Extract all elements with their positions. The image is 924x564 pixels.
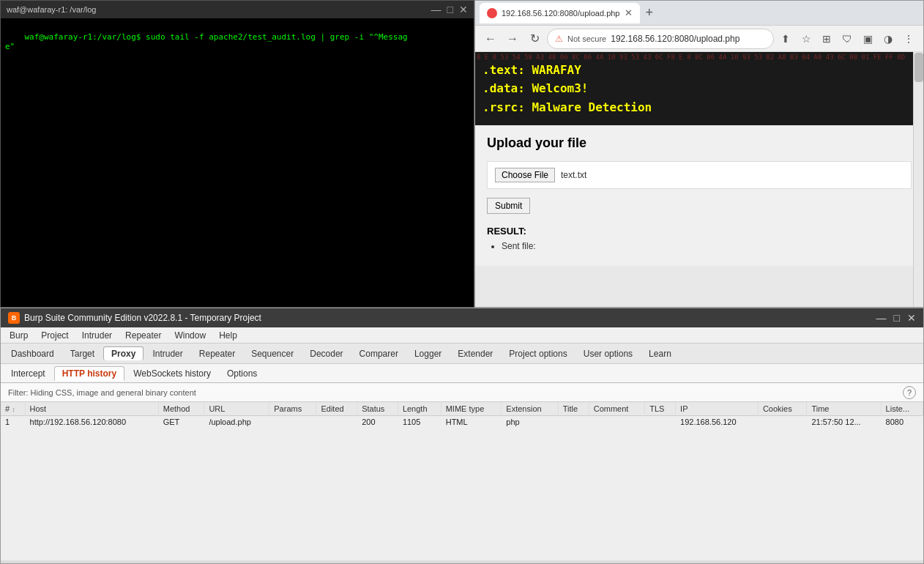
tab-websockets-history[interactable]: WebSockets history bbox=[126, 367, 218, 380]
browser-window: 192.168.56.120:8080/upload.php ✕ + ← → ↻… bbox=[474, 0, 924, 308]
tool-intruder[interactable]: Intruder bbox=[145, 347, 190, 360]
col-host[interactable]: Host bbox=[25, 402, 158, 416]
address-text: 192.168.56.120:8080/upload.php bbox=[611, 34, 766, 44]
tool-comparer[interactable]: Comparer bbox=[352, 347, 406, 360]
col-cookies[interactable]: Cookies bbox=[758, 402, 807, 416]
table-cell-tls bbox=[645, 416, 676, 428]
table-cell-host: http://192.168.56.120:8080 bbox=[25, 416, 158, 428]
burp-extension-icon[interactable]: 🛡 bbox=[838, 30, 856, 48]
forward-button[interactable]: → bbox=[503, 29, 522, 48]
not-secure-label: Not secure bbox=[567, 34, 606, 43]
choose-file-button[interactable]: Choose File bbox=[495, 168, 555, 182]
col-length[interactable]: Length bbox=[398, 402, 441, 416]
tool-learn[interactable]: Learn bbox=[641, 347, 679, 360]
burp-window: B Burp Suite Community Edition v2022.8.1… bbox=[0, 308, 924, 564]
address-bar[interactable]: ⚠ Not secure 192.168.56.120:8080/upload.… bbox=[547, 29, 774, 49]
tool-proxy[interactable]: Proxy bbox=[103, 346, 144, 360]
menu-burp[interactable]: Burp bbox=[4, 329, 34, 342]
tool-target[interactable]: Target bbox=[63, 347, 102, 360]
tool-dashboard[interactable]: Dashboard bbox=[4, 347, 62, 360]
http-history-table: # ↕ Host Method URL Params Edited Status… bbox=[1, 402, 923, 428]
result-section: RESULT: Sent file: bbox=[487, 221, 912, 256]
share-icon[interactable]: ⬆ bbox=[777, 30, 794, 48]
hero-banner-text: .text: WARAFAY .data: Welcom3! .rsrc: Ma… bbox=[483, 61, 652, 117]
table-cell-ip: 192.168.56.120 bbox=[676, 416, 759, 428]
refresh-button[interactable]: ↻ bbox=[525, 29, 544, 48]
tab-options[interactable]: Options bbox=[220, 367, 264, 380]
col-status[interactable]: Status bbox=[357, 402, 398, 416]
tab-intercept[interactable]: Intercept bbox=[4, 367, 53, 380]
extensions-icon[interactable]: ⊞ bbox=[818, 30, 835, 48]
burp-proxy-tabs: Intercept HTTP history WebSockets histor… bbox=[1, 364, 923, 383]
terminal-content: waf@wafaray-r1:/var/log$ sudo tail -f ap… bbox=[5, 32, 408, 51]
file-upload-row: Choose File text.txt bbox=[487, 161, 912, 189]
burp-close[interactable]: ✕ bbox=[907, 312, 916, 324]
result-list: Sent file: bbox=[487, 241, 912, 251]
terminal-close[interactable]: ✕ bbox=[459, 4, 468, 15]
col-url[interactable]: URL bbox=[204, 402, 269, 416]
bookmark-icon[interactable]: ☆ bbox=[797, 30, 815, 48]
table-header-row: # ↕ Host Method URL Params Edited Status… bbox=[1, 402, 923, 416]
back-button[interactable]: ← bbox=[481, 29, 500, 48]
terminal-controls: — □ ✕ bbox=[431, 4, 468, 15]
col-tls[interactable]: TLS bbox=[645, 402, 676, 416]
browser-menu-icon[interactable]: ⋮ bbox=[900, 30, 917, 48]
tool-user-options[interactable]: User options bbox=[576, 347, 640, 360]
browser-scrollbar[interactable] bbox=[913, 52, 923, 307]
terminal-maximize[interactable]: □ bbox=[447, 4, 453, 15]
menu-window[interactable]: Window bbox=[168, 329, 212, 342]
col-params[interactable]: Params bbox=[269, 402, 316, 416]
col-title[interactable]: Title bbox=[558, 402, 589, 416]
menu-repeater[interactable]: Repeater bbox=[119, 329, 167, 342]
col-num[interactable]: # ↕ bbox=[1, 402, 25, 416]
col-mime-type[interactable]: MIME type bbox=[441, 402, 502, 416]
table-cell-title bbox=[558, 416, 589, 428]
tab-http-history[interactable]: HTTP history bbox=[54, 366, 124, 381]
table-cell-mime-type: HTML bbox=[441, 416, 502, 428]
table-cell-liste---: 8080 bbox=[881, 416, 923, 428]
new-tab-button[interactable]: + bbox=[643, 5, 657, 21]
filter-text[interactable]: Filter: Hiding CSS, image and general bi… bbox=[8, 388, 196, 397]
tool-logger[interactable]: Logger bbox=[407, 347, 449, 360]
page-title: Upload your file bbox=[487, 136, 912, 151]
tool-project-options[interactable]: Project options bbox=[502, 347, 574, 360]
tool-repeater[interactable]: Repeater bbox=[192, 347, 242, 360]
filter-help-icon[interactable]: ? bbox=[903, 386, 916, 399]
browser-tab[interactable]: 192.168.56.120:8080/upload.php ✕ bbox=[480, 3, 640, 23]
tab-close-btn[interactable]: ✕ bbox=[625, 7, 633, 18]
table-cell-comment bbox=[589, 416, 645, 428]
tool-sequencer[interactable]: Sequencer bbox=[244, 347, 301, 360]
sidebar-icon[interactable]: ▣ bbox=[859, 30, 876, 48]
table-cell-extension: php bbox=[502, 416, 558, 428]
col-edited[interactable]: Edited bbox=[316, 402, 357, 416]
table-cell-length: 1105 bbox=[398, 416, 441, 428]
nav-icons: ⬆ ☆ ⊞ 🛡 ▣ ◑ ⋮ bbox=[777, 30, 917, 48]
submit-button[interactable]: Submit bbox=[487, 198, 530, 214]
col-method[interactable]: Method bbox=[158, 402, 204, 416]
terminal-titlebar: waf@wafaray-r1: /var/log — □ ✕ bbox=[1, 1, 474, 18]
table-row[interactable]: 1http://192.168.56.120:8080GET/upload.ph… bbox=[1, 416, 923, 428]
col-ip[interactable]: IP bbox=[676, 402, 759, 416]
terminal-minimize[interactable]: — bbox=[431, 4, 441, 15]
menu-project[interactable]: Project bbox=[35, 329, 74, 342]
burp-titlebar: B Burp Suite Community Edition v2022.8.1… bbox=[1, 308, 923, 327]
burp-toolbar: Dashboard Target Proxy Intruder Repeater… bbox=[1, 344, 923, 364]
col-comment[interactable]: Comment bbox=[589, 402, 645, 416]
col-listen[interactable]: Liste... bbox=[881, 402, 923, 416]
burp-maximize[interactable]: □ bbox=[894, 312, 900, 324]
burp-filter-bar: Filter: Hiding CSS, image and general bi… bbox=[1, 383, 923, 402]
menu-help[interactable]: Help bbox=[213, 329, 243, 342]
http-history-table-container: # ↕ Host Method URL Params Edited Status… bbox=[1, 402, 923, 560]
table-cell--: 1 bbox=[1, 416, 25, 428]
burp-title: Burp Suite Community Edition v2022.8.1 -… bbox=[24, 313, 261, 323]
tool-decoder[interactable]: Decoder bbox=[302, 347, 350, 360]
burp-minimize[interactable]: — bbox=[876, 312, 887, 324]
terminal-title: waf@wafaray-r1: /var/log bbox=[7, 5, 96, 14]
filename-display: text.txt bbox=[561, 170, 586, 180]
profile-icon[interactable]: ◑ bbox=[879, 30, 897, 48]
menu-intruder[interactable]: Intruder bbox=[76, 329, 118, 342]
col-extension[interactable]: Extension bbox=[502, 402, 558, 416]
terminal-window: waf@wafaray-r1: /var/log — □ ✕ waf@wafar… bbox=[0, 0, 474, 308]
col-time[interactable]: Time bbox=[807, 402, 881, 416]
tool-extender[interactable]: Extender bbox=[450, 347, 500, 360]
